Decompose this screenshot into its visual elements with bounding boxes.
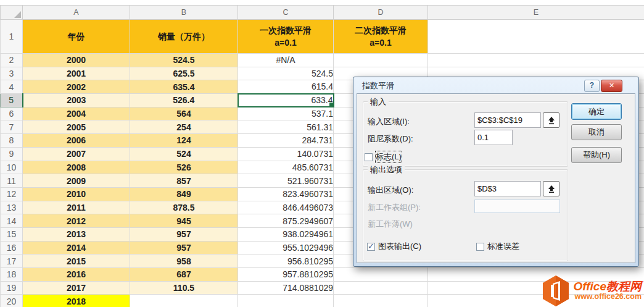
column-header-D[interactable]: D: [334, 6, 428, 20]
cell-D18[interactable]: [334, 268, 428, 282]
cell-B17[interactable]: 958: [130, 254, 238, 268]
labels-checkbox-label[interactable]: 标志(L): [376, 151, 402, 162]
cell-C13[interactable]: 846.4496073: [238, 201, 334, 214]
cell-B15[interactable]: 957: [130, 227, 238, 241]
cell-C10[interactable]: 485.60731: [238, 161, 334, 174]
row-header-16[interactable]: 16: [1, 241, 23, 254]
cell-E2[interactable]: [428, 54, 644, 67]
cell-D2[interactable]: [334, 54, 428, 67]
cell-A15[interactable]: 2013: [23, 227, 130, 241]
cell-B5[interactable]: 526.4: [130, 94, 238, 107]
row-header-20[interactable]: 20: [1, 295, 23, 307]
damping-factor-field[interactable]: [474, 130, 513, 145]
cell-B19[interactable]: 110.5: [130, 281, 238, 295]
dialog-help-icon[interactable]: ?: [584, 80, 600, 92]
row-header-19[interactable]: 19: [1, 281, 23, 295]
row-header-12[interactable]: 12: [1, 187, 23, 201]
header-cell-B1[interactable]: 销量（万件）: [130, 20, 238, 54]
chart-output-checkbox-label[interactable]: 图表输出(C): [378, 241, 421, 252]
cell-B9[interactable]: 524: [130, 147, 238, 161]
header-cell-E1[interactable]: [428, 20, 644, 54]
row-header-4[interactable]: 4: [1, 80, 23, 94]
cell-D20[interactable]: [334, 295, 428, 307]
cell-B13[interactable]: 878.5: [130, 201, 238, 214]
select-all-corner[interactable]: [1, 6, 23, 20]
cell-B8[interactable]: 124: [130, 134, 238, 148]
row-header-2[interactable]: 2: [1, 54, 23, 67]
row-header-1[interactable]: 1: [1, 20, 23, 54]
cell-C4[interactable]: 615.4: [238, 80, 334, 94]
labels-checkbox[interactable]: [365, 153, 373, 161]
column-header-A[interactable]: A: [23, 6, 130, 20]
cell-A16[interactable]: 2014: [23, 241, 130, 254]
output-range-field[interactable]: [474, 181, 541, 196]
cell-B18[interactable]: 687: [130, 268, 238, 282]
cell-C3[interactable]: 524.5: [238, 67, 334, 80]
cell-C5[interactable]: 633.4: [238, 94, 334, 107]
output-range-picker-button[interactable]: [543, 181, 559, 196]
cell-B2[interactable]: 524.5: [130, 54, 238, 67]
row-header-3[interactable]: 3: [1, 67, 23, 80]
header-cell-A1[interactable]: 年份: [23, 20, 130, 54]
cell-C12[interactable]: 823.4960731: [238, 187, 334, 201]
cell-C14[interactable]: 875.2949607: [238, 214, 334, 228]
cell-C19[interactable]: 714.0881029: [238, 281, 334, 295]
cell-C11[interactable]: 521.960731: [238, 174, 334, 188]
input-range-picker-button[interactable]: [543, 112, 559, 128]
cancel-button[interactable]: 取消: [571, 124, 622, 140]
cell-A14[interactable]: 2012: [23, 214, 130, 228]
row-header-8[interactable]: 8: [1, 134, 23, 148]
cell-A11[interactable]: 2009: [23, 174, 130, 188]
cell-C6[interactable]: 537.1: [238, 107, 334, 120]
row-header-10[interactable]: 10: [1, 161, 23, 174]
cell-C9[interactable]: 140.0731: [238, 147, 334, 161]
cell-C7[interactable]: 561.31: [238, 120, 334, 134]
cell-C8[interactable]: 284.731: [238, 134, 334, 148]
cell-B4[interactable]: 635.4: [130, 80, 238, 94]
row-header-11[interactable]: 11: [1, 174, 23, 188]
cell-A3[interactable]: 2001: [23, 67, 130, 80]
cell-A19[interactable]: 2017: [23, 281, 130, 295]
cell-A17[interactable]: 2015: [23, 254, 130, 268]
row-header-7[interactable]: 7: [1, 120, 23, 134]
cell-A12[interactable]: 2010: [23, 187, 130, 201]
cell-A7[interactable]: 2005: [23, 120, 130, 134]
column-header-C[interactable]: C: [238, 6, 334, 20]
header-cell-D1[interactable]: 二次指数平滑a=0.1: [334, 20, 428, 54]
header-cell-C1[interactable]: 一次指数平滑a=0.1: [238, 20, 334, 54]
ok-button[interactable]: 确定: [571, 103, 622, 120]
row-header-9[interactable]: 9: [1, 147, 23, 161]
help-button[interactable]: 帮助(H): [571, 147, 622, 163]
input-range-field[interactable]: [474, 112, 541, 128]
row-header-15[interactable]: 15: [1, 227, 23, 241]
cell-A13[interactable]: 2011: [23, 201, 130, 214]
cell-B6[interactable]: 564: [130, 107, 238, 120]
cell-B11[interactable]: 857: [130, 174, 238, 188]
cell-B16[interactable]: 957: [130, 241, 238, 254]
row-header-6[interactable]: 6: [1, 107, 23, 120]
cell-C16[interactable]: 955.1029496: [238, 241, 334, 254]
cell-C20[interactable]: [238, 295, 334, 307]
cell-A8[interactable]: 2006: [23, 134, 130, 148]
cell-B14[interactable]: 945: [130, 214, 238, 228]
cell-D19[interactable]: [334, 281, 428, 295]
cell-C15[interactable]: 938.0294961: [238, 227, 334, 241]
cell-B12[interactable]: 849: [130, 187, 238, 201]
chart-output-checkbox-row[interactable]: 图表输出(C): [367, 241, 421, 252]
row-header-13[interactable]: 13: [1, 201, 23, 214]
column-header-E[interactable]: E: [428, 6, 644, 20]
std-error-checkbox-row[interactable]: 标准误差: [476, 241, 519, 252]
cell-A5[interactable]: 2003: [23, 94, 130, 107]
cell-A4[interactable]: 2002: [23, 80, 130, 94]
row-header-18[interactable]: 18: [1, 268, 23, 282]
std-error-checkbox[interactable]: [476, 243, 484, 251]
row-header-17[interactable]: 17: [1, 254, 23, 268]
labels-checkbox-row[interactable]: 标志(L): [365, 151, 402, 162]
dialog-titlebar[interactable]: 指数平滑 ? ✕: [353, 77, 638, 93]
chart-output-checkbox[interactable]: [367, 243, 375, 251]
cell-B7[interactable]: 254: [130, 120, 238, 134]
std-error-checkbox-label[interactable]: 标准误差: [487, 241, 519, 252]
row-header-5[interactable]: 5: [1, 94, 23, 107]
cell-B10[interactable]: 526: [130, 161, 238, 174]
cell-A10[interactable]: 2008: [23, 161, 130, 174]
